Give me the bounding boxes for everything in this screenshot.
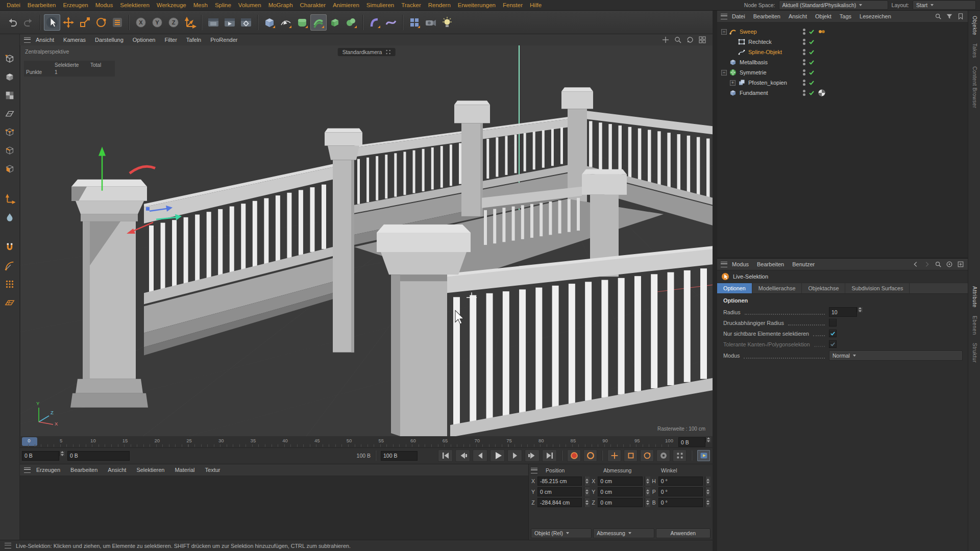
volume-builder-button[interactable] (343, 14, 359, 31)
mograph-cloner-button[interactable] (406, 14, 423, 31)
camera-label-pill[interactable]: Standardkamera (338, 48, 396, 56)
phong-tag-icon[interactable] (818, 89, 826, 97)
enable-check-icon[interactable] (808, 69, 815, 76)
tab-struktur[interactable]: Struktur (972, 343, 977, 363)
keyframe-parameter-toggle[interactable] (656, 449, 670, 462)
panel-menu-icon[interactable] (24, 467, 31, 473)
menu-create[interactable]: Erzeugen (59, 2, 91, 8)
model-mode-icon[interactable] (3, 70, 17, 84)
last-used-tool[interactable] (109, 14, 126, 31)
menu-window[interactable]: Fenster (499, 2, 526, 8)
play-button[interactable] (490, 449, 505, 462)
workplane-snap-icon[interactable] (3, 295, 17, 309)
menu-file[interactable]: Datei (3, 2, 24, 8)
size-y-field[interactable]: 0 cm (598, 487, 642, 496)
visibility-dots[interactable] (803, 29, 805, 35)
material-list-area[interactable] (20, 475, 528, 540)
vp-menu-cameras[interactable]: Kameras (59, 37, 90, 43)
zoom-view-icon[interactable] (674, 36, 682, 44)
angle-h-field[interactable]: 0 ° (658, 477, 703, 486)
vp-menu-view[interactable]: Ansicht (32, 37, 58, 43)
vp-menu-filter[interactable]: Filter (160, 37, 181, 43)
angle-b-stepper[interactable] (705, 498, 710, 507)
menu-tracker[interactable]: Tracker (398, 2, 425, 8)
workplane-mode-icon[interactable] (3, 107, 17, 120)
spline-wrap-deformer-button[interactable] (383, 14, 399, 31)
pos-z-stepper[interactable] (584, 498, 590, 507)
history-back-icon[interactable] (912, 261, 919, 268)
menu-mode[interactable]: Modus (92, 2, 117, 8)
object-name[interactable]: Metallbasis (740, 59, 768, 65)
angle-p-field[interactable]: 0 ° (658, 487, 703, 496)
om-menu-view[interactable]: Ansicht (785, 13, 811, 19)
om-menu-tags[interactable]: Tags (836, 13, 855, 19)
panel-menu-icon[interactable] (5, 543, 11, 548)
menu-select[interactable]: Selektieren (116, 2, 153, 8)
tab-objektachse[interactable]: Objektachse (802, 283, 845, 293)
search-icon[interactable] (935, 261, 942, 268)
next-frame-button[interactable] (507, 449, 522, 462)
node-space-select[interactable]: Aktuell (Standard/Physikalisch) (779, 1, 888, 10)
mat-menu-texture[interactable]: Textur (201, 467, 225, 473)
size-x-field[interactable]: 0 cm (598, 477, 642, 486)
bookmark-icon[interactable] (957, 13, 964, 20)
size-x-stepper[interactable] (645, 477, 650, 486)
tab-modellierachse[interactable]: Modellierachse (752, 283, 802, 293)
tab-content-browser[interactable]: Content Browser (972, 66, 977, 108)
keyframe-scale-toggle[interactable] (624, 449, 638, 462)
rotate-tool[interactable] (93, 14, 109, 31)
ruler-frame-stepper[interactable] (705, 437, 711, 442)
object-row-spline-objekt[interactable]: Spline-Objekt (717, 47, 968, 57)
am-menu-edit[interactable]: Bearbeiten (753, 261, 788, 267)
points-mode-icon[interactable] (3, 125, 17, 139)
record-keyframes-button[interactable] (567, 449, 581, 462)
tab-objekte[interactable]: Objekte (972, 16, 977, 35)
object-name[interactable]: Fundament (740, 90, 768, 96)
expand-toggle-icon[interactable]: − (721, 70, 727, 76)
visibility-dots[interactable] (803, 39, 805, 45)
object-row-pfosten-kopien[interactable]: + Pfosten_kopien (717, 78, 968, 88)
snap-icon[interactable] (3, 240, 17, 254)
vp-menu-panels[interactable]: Tafeln (182, 37, 205, 43)
visibility-dots[interactable] (803, 80, 805, 86)
om-menu-object[interactable]: Objekt (812, 13, 835, 19)
apply-button[interactable]: Anwenden (656, 529, 710, 538)
object-row-fundament[interactable]: Fundament (717, 88, 968, 98)
filter-icon[interactable] (946, 13, 953, 20)
object-row-rechteck[interactable]: Rechteck (717, 37, 968, 47)
menu-character[interactable]: Charakter (297, 2, 330, 8)
visibility-dots[interactable] (803, 59, 805, 65)
menu-volume[interactable]: Volumen (235, 2, 265, 8)
sweep-generator-button[interactable] (310, 14, 327, 31)
om-menu-edit[interactable]: Bearbeiten (750, 13, 784, 19)
visible-only-checkbox[interactable] (829, 330, 837, 337)
angle-b-field[interactable]: 0 ° (658, 498, 703, 507)
panel-menu-icon[interactable] (721, 14, 727, 19)
am-menu-user[interactable]: Benutzer (789, 261, 818, 267)
keyframe-position-toggle[interactable] (607, 449, 621, 462)
size-z-stepper[interactable] (645, 498, 650, 507)
keyframe-rotation-toggle[interactable] (640, 449, 654, 462)
goto-start-button[interactable] (438, 449, 453, 462)
layout-select[interactable]: Start (913, 1, 976, 10)
object-name[interactable]: Pfosten_kopien (748, 80, 787, 86)
coordinate-system-button[interactable] (182, 14, 198, 31)
subdivision-surface-button[interactable] (294, 14, 310, 31)
selection-mode-select[interactable]: Normal (829, 350, 963, 361)
tab-attribute[interactable]: Attribute (972, 286, 977, 308)
menu-tools[interactable]: Werkzeuge (153, 2, 190, 8)
pos-y-stepper[interactable] (584, 487, 590, 496)
menu-edit[interactable]: Bearbeiten (24, 2, 60, 8)
om-menu-bookmarks[interactable]: Lesezeichen (856, 13, 895, 19)
enable-check-icon[interactable] (808, 59, 815, 65)
primitive-cube-button[interactable] (261, 14, 278, 31)
redo-button[interactable] (20, 14, 37, 31)
keyframe-pla-toggle[interactable] (673, 449, 687, 462)
size-z-field[interactable]: 0 cm (598, 498, 642, 507)
pos-x-stepper[interactable] (584, 477, 590, 486)
size-y-stepper[interactable] (645, 487, 650, 496)
menu-mesh[interactable]: Mesh (190, 2, 211, 8)
timeline-ruler[interactable]: 0510152025303540455055606570758085909510… (20, 436, 713, 448)
menu-help[interactable]: Hilfe (526, 2, 545, 8)
enable-check-icon[interactable] (808, 39, 815, 45)
